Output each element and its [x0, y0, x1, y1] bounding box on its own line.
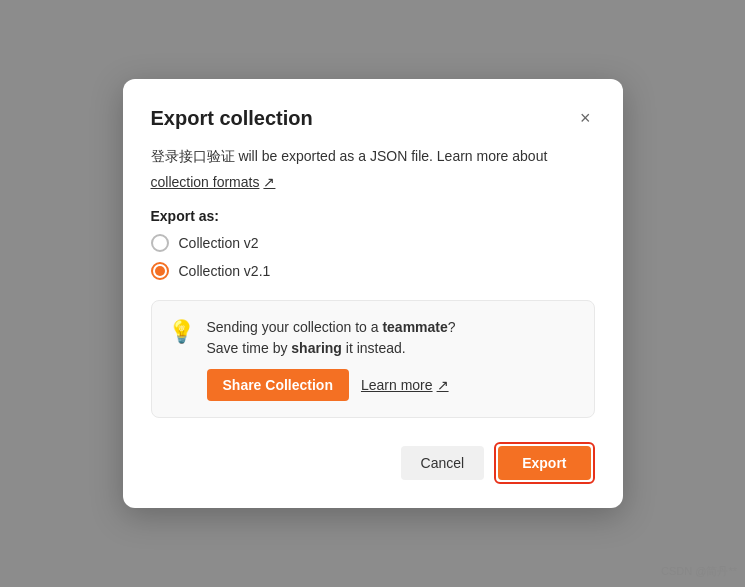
- line1-suffix: ?: [448, 319, 456, 335]
- share-collection-button[interactable]: Share Collection: [207, 369, 349, 401]
- modal-description: 登录接口验证 will be exported as a JSON file. …: [151, 146, 595, 167]
- sharing-text-line2: Save time by sharing it instead.: [207, 338, 456, 359]
- sharing-text-line1: Sending your collection to a teammate?: [207, 317, 456, 338]
- close-button[interactable]: ×: [576, 107, 595, 129]
- radio-label-v2: Collection v2: [179, 235, 259, 251]
- learn-more-link[interactable]: Learn more ↗: [361, 377, 449, 393]
- cancel-button[interactable]: Cancel: [401, 446, 485, 480]
- collection-formats-arrow: ↗: [263, 174, 275, 190]
- radio-item-v21[interactable]: Collection v2.1: [151, 262, 595, 280]
- line2-prefix: Save time by: [207, 340, 292, 356]
- modal-header: Export collection ×: [151, 107, 595, 130]
- learn-more-label: Learn more: [361, 377, 433, 393]
- bulb-icon: 💡: [168, 319, 195, 345]
- export-button[interactable]: Export: [498, 446, 590, 480]
- watermark: CSDN @简丹**: [661, 564, 737, 579]
- line1-bold: teammate: [382, 319, 447, 335]
- sharing-content: Sending your collection to a teammate? S…: [207, 317, 456, 401]
- radio-group: Collection v2 Collection v2.1: [151, 234, 595, 280]
- export-collection-modal: Export collection × 登录接口验证 will be expor…: [123, 79, 623, 508]
- sharing-box: 💡 Sending your collection to a teammate?…: [151, 300, 595, 418]
- line2-suffix: it instead.: [342, 340, 406, 356]
- radio-circle-v21: [151, 262, 169, 280]
- radio-circle-v2: [151, 234, 169, 252]
- collection-formats-link[interactable]: collection formats ↗: [151, 174, 276, 190]
- radio-item-v2[interactable]: Collection v2: [151, 234, 595, 252]
- description-suffix: will be exported as a JSON file. Learn m…: [235, 148, 548, 164]
- line1-prefix: Sending your collection to a: [207, 319, 383, 335]
- export-as-label: Export as:: [151, 208, 595, 224]
- collection-name: 登录接口验证: [151, 148, 235, 164]
- sharing-actions: Share Collection Learn more ↗: [207, 369, 456, 401]
- radio-label-v21: Collection v2.1: [179, 263, 271, 279]
- modal-title: Export collection: [151, 107, 313, 130]
- learn-more-arrow: ↗: [437, 377, 449, 393]
- collection-formats-label: collection formats: [151, 174, 260, 190]
- line2-bold: sharing: [291, 340, 342, 356]
- export-button-wrapper: Export: [494, 442, 594, 484]
- modal-footer: Cancel Export: [151, 442, 595, 484]
